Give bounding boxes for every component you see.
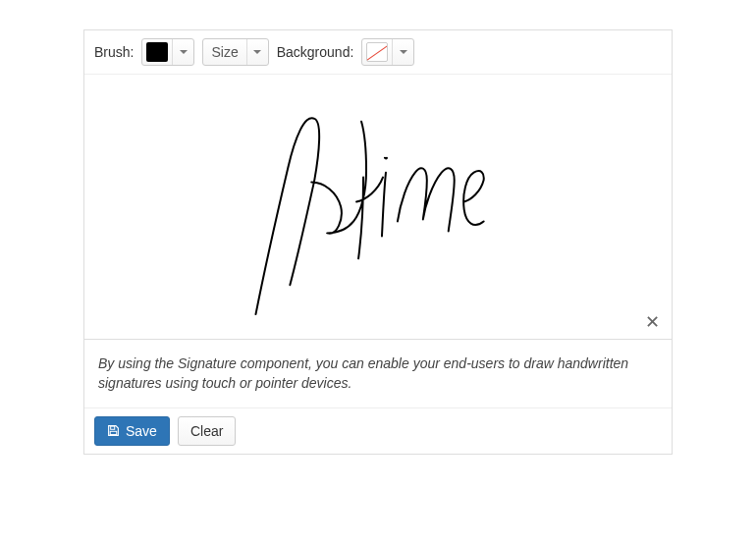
brush-color-dropdown[interactable] — [141, 38, 194, 66]
signature-canvas[interactable]: ✕ — [84, 75, 672, 340]
size-dropdown[interactable]: Size — [202, 38, 268, 66]
save-icon — [107, 424, 120, 437]
description-text: By using the Signature component, you ca… — [84, 340, 672, 408]
background-color-swatch — [366, 42, 388, 62]
save-button-label: Save — [126, 423, 157, 439]
brush-color-swatch — [146, 42, 168, 62]
background-dropdown-toggle[interactable] — [392, 39, 413, 65]
size-dropdown-label: Size — [203, 44, 245, 60]
clear-button-label: Clear — [190, 423, 223, 439]
clear-button[interactable]: Clear — [178, 416, 236, 446]
caret-down-icon — [180, 50, 188, 54]
clear-canvas-icon[interactable]: ✕ — [645, 313, 660, 331]
signature-drawing — [84, 75, 672, 339]
brush-label: Brush: — [94, 44, 134, 60]
background-color-dropdown[interactable] — [361, 38, 414, 66]
signature-panel: Brush: Size Background: ✕ By using the S… — [83, 29, 673, 455]
svg-rect-1 — [110, 431, 117, 434]
svg-rect-0 — [111, 426, 115, 429]
size-dropdown-toggle[interactable] — [246, 39, 268, 65]
save-button[interactable]: Save — [94, 416, 170, 446]
toolbar: Brush: Size Background: — [84, 30, 672, 75]
background-label: Background: — [277, 44, 354, 60]
footer: Save Clear — [84, 408, 672, 454]
brush-dropdown-toggle[interactable] — [172, 39, 193, 65]
caret-down-icon — [253, 50, 261, 54]
caret-down-icon — [400, 50, 407, 54]
